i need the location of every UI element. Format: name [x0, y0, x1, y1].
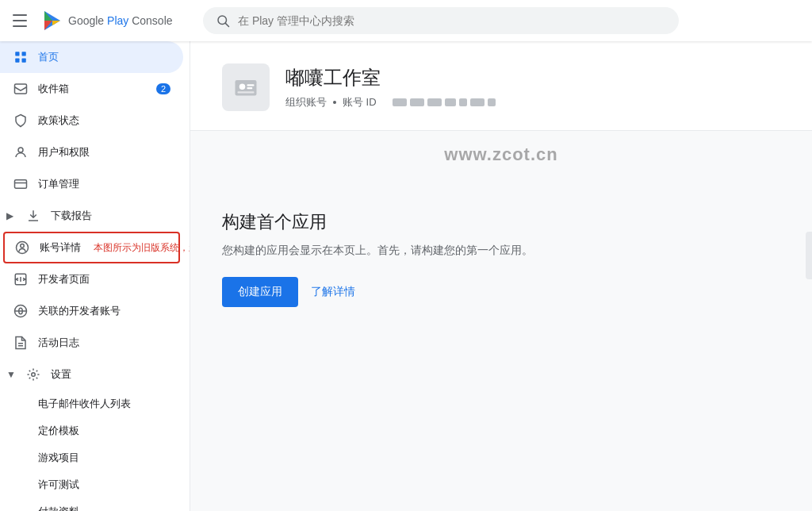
build-title: 构建首个应用 — [222, 210, 780, 234]
id-block-6 — [470, 98, 485, 106]
create-app-button[interactable]: 创建应用 — [222, 277, 298, 307]
inbox-badge: 2 — [156, 83, 170, 94]
credit-card-icon — [13, 176, 29, 192]
svg-rect-7 — [22, 52, 26, 56]
header-left: Google Play Console — [13, 10, 203, 32]
meta-dot — [333, 101, 336, 104]
scroll-indicator — [806, 232, 812, 279]
sidebar-item-policy[interactable]: 政策状态 — [0, 105, 183, 136]
main-layout: 首页 收件箱 2 政策状态 — [0, 41, 812, 511]
search-input[interactable] — [238, 14, 666, 27]
build-actions: 创建应用 了解详情 — [222, 277, 780, 307]
svg-rect-28 — [238, 91, 255, 93]
header: Google Play Console — [0, 0, 812, 41]
sidebar-item-inbox-label: 收件箱 — [38, 82, 69, 96]
sidebar-item-inbox[interactable]: 收件箱 2 — [0, 73, 183, 105]
sidebar-settings-games[interactable]: 游戏项目 — [0, 444, 190, 471]
person-icon — [13, 144, 29, 160]
grid-icon — [13, 49, 29, 65]
id-block-2 — [410, 98, 424, 106]
inbox-icon — [13, 81, 29, 97]
developer-icon — [13, 271, 29, 287]
profile-info: 嘟囔工作室 组织账号 账号 ID — [285, 65, 496, 110]
file-icon — [13, 335, 29, 351]
svg-point-11 — [18, 148, 23, 152]
sidebar-item-linked-accounts-label: 关联的开发者账号 — [38, 304, 121, 318]
chevron-right-icon: ▶ — [6, 210, 16, 221]
profile-meta: 组织账号 账号 ID — [285, 95, 496, 110]
id-block-7 — [488, 98, 496, 106]
logo-text: Google Play Console — [68, 14, 173, 27]
svg-point-16 — [21, 244, 25, 248]
svg-point-23 — [32, 373, 36, 377]
learn-more-button[interactable]: 了解详情 — [311, 285, 355, 299]
profile-name: 嘟囔工作室 — [285, 65, 496, 90]
sidebar-settings-pricing[interactable]: 定价模板 — [0, 417, 190, 444]
id-block-3 — [427, 98, 442, 106]
org-label: 组织账号 — [285, 95, 327, 110]
svg-rect-26 — [247, 84, 255, 86]
sidebar-settings-license[interactable]: 许可测试 — [0, 471, 190, 498]
sidebar-item-account-label: 账号详情 — [40, 240, 81, 255]
hamburger-menu-button[interactable] — [13, 11, 32, 30]
settings-icon — [25, 367, 41, 382]
sidebar-settings-email[interactable]: 电子邮件收件人列表 — [0, 390, 190, 417]
svg-rect-10 — [15, 84, 27, 94]
id-card-icon — [232, 73, 260, 102]
sidebar-item-account[interactable]: 账号详情 本图所示为旧版系统，新版系统此处改为【开发者账号】 — [3, 232, 180, 263]
sidebar-item-users-label: 用户和权限 — [38, 145, 90, 159]
svg-point-25 — [239, 84, 246, 90]
profile-section: 嘟囔工作室 组织账号 账号 ID — [190, 41, 812, 131]
sidebar-item-reports[interactable]: ▶ 下载报告 — [0, 200, 183, 232]
sidebar-item-reports-label: 下载报告 — [51, 209, 92, 223]
build-description: 您构建的应用会显示在本页上。首先，请构建您的第一个应用。 — [222, 244, 780, 258]
sidebar-item-users[interactable]: 用户和权限 — [0, 136, 183, 168]
overlay-warning-inline: 本图所示为旧版系统，新版系统此处改为【开发者账号】 — [94, 241, 190, 255]
svg-rect-9 — [22, 59, 26, 63]
account-id-label: 账号 ID — [343, 95, 377, 110]
id-block-1 — [393, 98, 407, 106]
sidebar-item-developer-page-label: 开发者页面 — [38, 272, 90, 286]
google-play-logo-icon — [41, 10, 63, 32]
sidebar-item-home[interactable]: 首页 — [0, 41, 183, 73]
svg-rect-6 — [15, 52, 19, 56]
sidebar-item-orders[interactable]: 订单管理 — [0, 168, 183, 200]
sidebar-settings-group[interactable]: ▼ 设置 — [0, 359, 190, 390]
account-circle-icon — [14, 240, 30, 256]
watermark: www.zcot.cn — [444, 144, 557, 165]
svg-line-5 — [225, 23, 228, 26]
svg-rect-12 — [15, 180, 27, 189]
shield-icon — [13, 113, 29, 129]
sidebar-settings-payment[interactable]: 付款资料 — [0, 498, 190, 511]
sidebar-settings-label: 设置 — [51, 367, 71, 382]
sidebar-item-activity-log[interactable]: 活动日志 — [0, 327, 183, 359]
svg-rect-8 — [15, 59, 19, 63]
link-icon — [13, 303, 29, 319]
logo-area: Google Play Console — [41, 10, 173, 32]
sidebar-item-activity-log-label: 活动日志 — [38, 336, 79, 350]
sidebar-item-home-label: 首页 — [38, 50, 59, 64]
content-area: 嘟囔工作室 组织账号 账号 ID — [190, 41, 812, 511]
id-block-4 — [445, 98, 456, 106]
chevron-down-icon: ▼ — [6, 369, 16, 380]
svg-marker-3 — [52, 21, 60, 25]
sidebar-item-orders-label: 订单管理 — [38, 177, 79, 191]
search-bar[interactable] — [203, 7, 679, 34]
download-icon — [25, 208, 41, 224]
svg-rect-27 — [247, 87, 253, 89]
id-block-5 — [459, 98, 467, 106]
id-blocks — [393, 98, 496, 106]
sidebar: 首页 收件箱 2 政策状态 — [0, 41, 190, 511]
sidebar-item-policy-label: 政策状态 — [38, 113, 79, 128]
build-section: 构建首个应用 您构建的应用会显示在本页上。首先，请构建您的第一个应用。 创建应用… — [190, 179, 812, 331]
search-icon — [216, 13, 230, 28]
avatar — [222, 63, 270, 111]
sidebar-item-developer-page[interactable]: 开发者页面 — [0, 263, 183, 295]
sidebar-item-linked-accounts[interactable]: 关联的开发者账号 — [0, 295, 183, 327]
svg-rect-24 — [236, 80, 257, 96]
